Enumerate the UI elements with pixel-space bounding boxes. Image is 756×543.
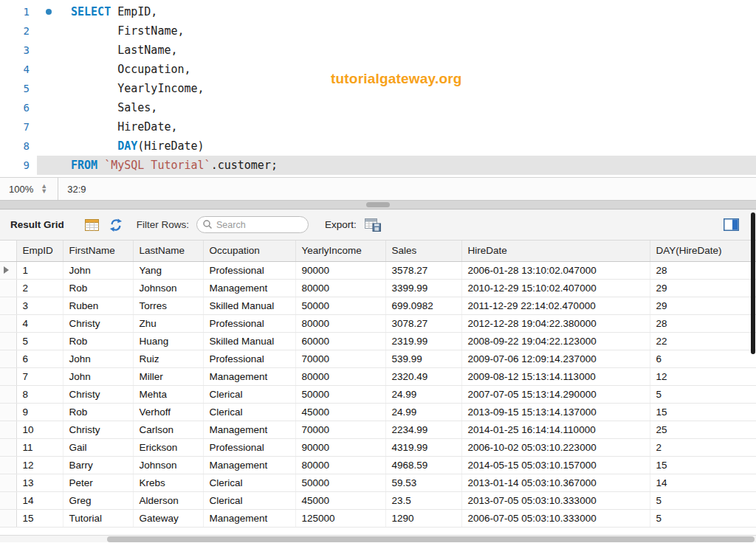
grid-cell[interactable]: Torres	[133, 297, 203, 314]
column-header-empid[interactable]: EmpID	[16, 241, 63, 261]
grid-cell[interactable]: Ruben	[63, 297, 133, 314]
table-row[interactable]: 6JohnRuizProfessional70000539.992009-07-…	[0, 350, 756, 367]
grid-cell[interactable]: 11	[16, 438, 63, 456]
grid-cell[interactable]: Rob	[63, 403, 133, 421]
grid-cell[interactable]: 5	[16, 332, 63, 350]
grid-cell[interactable]: 5	[650, 509, 756, 527]
grid-cell[interactable]: John	[63, 261, 133, 279]
grid-cell[interactable]: 90000	[295, 261, 385, 279]
grid-cell[interactable]: Professional	[203, 350, 295, 367]
grid-cell[interactable]: Clerical	[203, 385, 295, 403]
grid-cell[interactable]: Huang	[133, 332, 203, 350]
grid-cell[interactable]: 2007-07-05 15:13:14.290000	[461, 385, 650, 403]
grid-cell[interactable]: 80000	[295, 456, 385, 474]
grid-cell[interactable]: 125000	[295, 509, 385, 527]
grid-cell[interactable]: Clerical	[203, 403, 295, 421]
grid-cell[interactable]: 70000	[295, 350, 385, 367]
grid-cell[interactable]: 10	[16, 421, 63, 438]
grid-cell[interactable]: Professional	[203, 438, 295, 456]
vertical-scrollbar-thumb[interactable]	[751, 212, 755, 354]
grid-cell[interactable]: 2234.99	[385, 421, 461, 438]
grid-cell[interactable]: Alderson	[133, 491, 203, 509]
grid-cell[interactable]: Management	[203, 421, 295, 438]
table-row[interactable]: 7JohnMillerManagement800002320.492009-08…	[0, 367, 756, 385]
grid-cell[interactable]: 24.99	[385, 403, 461, 421]
grid-cell[interactable]: 12	[650, 367, 756, 385]
table-row[interactable]: 4ChristyZhuProfessional800003078.272012-…	[0, 314, 756, 332]
grid-cell[interactable]: 3578.27	[385, 261, 461, 279]
grid-cell[interactable]: 2012-12-28 19:04:22.380000	[461, 314, 650, 332]
code-line[interactable]: 7 HireDate,	[0, 117, 756, 136]
grid-cell[interactable]: John	[63, 350, 133, 367]
grid-cell[interactable]: Carlson	[133, 421, 203, 438]
grid-cell[interactable]: 13	[16, 474, 63, 491]
grid-cell[interactable]: Verhoff	[133, 403, 203, 421]
zoom-level[interactable]: 100%	[9, 184, 33, 195]
column-header-occupation[interactable]: Occupation	[203, 241, 295, 261]
grid-cell[interactable]: Management	[203, 509, 295, 527]
grid-cell[interactable]: Professional	[203, 314, 295, 332]
grid-cell[interactable]: Miller	[133, 367, 203, 385]
table-row[interactable]: 2RobJohnsonManagement800003399.992010-12…	[0, 279, 756, 297]
grid-cell[interactable]: 4	[16, 314, 63, 332]
grid-cell[interactable]: Management	[203, 456, 295, 474]
grid-cell[interactable]: 1	[16, 261, 63, 279]
grid-cell[interactable]: 80000	[295, 314, 385, 332]
table-row[interactable]: 9RobVerhoffClerical4500024.992013-09-15 …	[0, 403, 756, 421]
horizontal-scrollbar-thumb[interactable]	[107, 536, 755, 542]
grid-cell[interactable]: 539.99	[385, 350, 461, 367]
grid-cell[interactable]: 2009-08-12 15:13:14.113000	[461, 367, 650, 385]
grid-cell[interactable]: Tutorial	[63, 509, 133, 527]
table-row[interactable]: 3RubenTorresSkilled Manual50000699.09822…	[0, 297, 756, 314]
code-line[interactable]: 6 Sales,	[0, 98, 756, 117]
grid-cell[interactable]: 4319.99	[385, 438, 461, 456]
grid-cell[interactable]: Clerical	[203, 474, 295, 491]
zoom-stepper-icon[interactable]: ▲▼	[41, 184, 47, 194]
grid-cell[interactable]: Erickson	[133, 438, 203, 456]
result-grid-icon[interactable]	[83, 217, 101, 233]
grid-cell[interactable]: 2011-12-29 22:14:02.470000	[461, 297, 650, 314]
grid-cell[interactable]: Rob	[63, 279, 133, 297]
grid-cell[interactable]: Ruiz	[133, 350, 203, 367]
grid-cell[interactable]: Management	[203, 367, 295, 385]
table-row[interactable]: 5RobHuangSkilled Manual600002319.992008-…	[0, 332, 756, 350]
grid-cell[interactable]: Christy	[63, 314, 133, 332]
sql-editor[interactable]: 1SELECT EmpID,2 FirstName,3 LastName,4 O…	[0, 0, 756, 177]
grid-cell[interactable]: Mehta	[133, 385, 203, 403]
grid-cell[interactable]: 15	[650, 456, 756, 474]
grid-cell[interactable]: 5	[650, 491, 756, 509]
grid-cell[interactable]: 2006-01-28 13:10:02.047000	[461, 261, 650, 279]
grid-cell[interactable]: 2013-07-05 05:03:10.333000	[461, 491, 650, 509]
grid-cell[interactable]: 2006-07-05 05:03:10.333000	[461, 509, 650, 527]
grid-cell[interactable]: 2	[650, 438, 756, 456]
grid-cell[interactable]: Johnson	[133, 456, 203, 474]
grid-cell[interactable]: 80000	[295, 367, 385, 385]
refresh-icon[interactable]	[107, 217, 125, 233]
grid-cell[interactable]: 9	[16, 403, 63, 421]
code-line[interactable]: 3 LastName,	[0, 41, 756, 60]
grid-cell[interactable]: Peter	[63, 474, 133, 491]
grid-cell[interactable]: Christy	[63, 385, 133, 403]
grid-cell[interactable]: 24.99	[385, 385, 461, 403]
grid-cell[interactable]: 3	[16, 297, 63, 314]
grid-cell[interactable]: Christy	[63, 421, 133, 438]
grid-cell[interactable]: 59.53	[385, 474, 461, 491]
grid-cell[interactable]: 2320.49	[385, 367, 461, 385]
table-row[interactable]: 12BarryJohnsonManagement800004968.592014…	[0, 456, 756, 474]
grid-cell[interactable]: 2006-10-02 05:03:10.223000	[461, 438, 650, 456]
code-line[interactable]: 9FROM `MySQL Tutorial`.customer;	[0, 156, 756, 175]
grid-cell[interactable]: Barry	[63, 456, 133, 474]
grid-cell[interactable]: 90000	[295, 438, 385, 456]
table-row[interactable]: 13PeterKrebsClerical5000059.532013-01-14…	[0, 474, 756, 491]
pane-splitter[interactable]	[0, 201, 756, 210]
grid-cell[interactable]: Skilled Manual	[203, 332, 295, 350]
grid-cell[interactable]: 2319.99	[385, 332, 461, 350]
table-row[interactable]: 15TutorialGatewayManagement1250001290200…	[0, 509, 756, 527]
grid-cell[interactable]: 29	[650, 279, 756, 297]
column-header-yearlyincome[interactable]: YearlyIncome	[295, 241, 385, 261]
splitter-grip[interactable]	[366, 202, 390, 207]
grid-cell[interactable]: 3078.27	[385, 314, 461, 332]
grid-cell[interactable]: 6	[16, 350, 63, 367]
grid-cell[interactable]: 12	[16, 456, 63, 474]
panel-toggle-icon[interactable]	[722, 217, 740, 233]
